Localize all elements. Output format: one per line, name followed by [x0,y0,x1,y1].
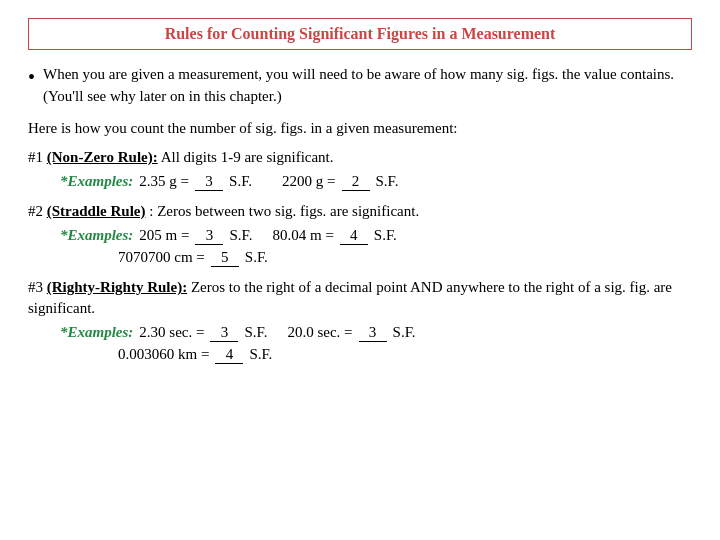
rule-2-block: #2 (Straddle Rule) : Zeros between two s… [28,201,692,267]
intro-text: Here is how you count the number of sig.… [28,118,692,140]
rule-1-examples-label: *Examples: [60,173,133,190]
rule-2-ex3-sf: S.F. [245,249,268,266]
rule-1-examples: *Examples: 2.35 g = 3 S.F. 2200 g = 2 S.… [60,173,692,191]
page-title: Rules for Counting Significant Figures i… [165,25,556,42]
rule-1-ex1-val: 3 [195,173,223,191]
rule-2-examples-line2: 7070700 cm = 5 S.F. [118,249,692,267]
rule-2-ex1-sf: S.F. [229,227,252,244]
rule-1-name: (Non-Zero Rule): [47,149,158,165]
rule-2-number: #2 [28,203,43,219]
rule-3-block: #3 (Righty-Righty Rule): Zeros to the ri… [28,277,692,364]
rule-3-ex1-sf: S.F. [244,324,267,341]
rule-2-ex2-sf: S.F. [374,227,397,244]
bullet-symbol: • [28,64,35,90]
rule-1-ex2-val: 2 [342,173,370,191]
rule-1-ex1-sf: S.F. [229,173,252,190]
rule-2-examples-line1: *Examples: 205 m = 3 S.F. 80.04 m = 4 S.… [60,227,692,245]
rule-3-ex3-sf: S.F. [249,346,272,363]
rule-2-ex2-val: 4 [340,227,368,245]
rule-1-block: #1 (Non-Zero Rule): All digits 1-9 are s… [28,147,692,191]
rule-3-ex1-text: 2.30 sec. = [139,324,204,341]
rule-2-ex3-text: 7070700 cm = [118,249,205,266]
rule-2-ex1-text: 205 m = [139,227,189,244]
rule-3-ex2-sf: S.F. [393,324,416,341]
bullet-text: When you are given a measurement, you wi… [43,64,692,108]
rule-2-desc: : Zeros between two sig. figs. are signi… [149,203,419,219]
rule-3-spacer: 20.0 sec. = [287,324,352,341]
rule-1-heading: #1 (Non-Zero Rule): All digits 1-9 are s… [28,147,692,168]
rule-2-name: (Straddle Rule) [47,203,146,219]
rule-1-ex1-text: 2.35 g = [139,173,189,190]
rule-3-examples-line2: 0.003060 km = 4 S.F. [118,346,692,364]
rule-2-spacer: 80.04 m = [272,227,333,244]
rule-3-ex2-val: 3 [359,324,387,342]
title-box: Rules for Counting Significant Figures i… [28,18,692,50]
rule-3-number: #3 [28,279,43,295]
rule-1-number: #1 [28,149,43,165]
rule-3-heading: #3 (Righty-Righty Rule): Zeros to the ri… [28,277,692,319]
rule-2-ex3-val: 5 [211,249,239,267]
rule-3-name: (Righty-Righty Rule): [47,279,187,295]
bullet-section: • When you are given a measurement, you … [28,64,692,108]
rule-3-examples-label: *Examples: [60,324,133,341]
rule-3-ex1-val: 3 [210,324,238,342]
rule-3-ex3-text: 0.003060 km = [118,346,209,363]
rule-3-examples-line1: *Examples: 2.30 sec. = 3 S.F. 20.0 sec. … [60,324,692,342]
rule-2-examples-label: *Examples: [60,227,133,244]
rule-1-spacer: 2200 g = [282,173,335,190]
rule-3-ex3-val: 4 [215,346,243,364]
rule-1-ex2-sf: S.F. [376,173,399,190]
rule-2-ex1-val: 3 [195,227,223,245]
rule-1-desc: All digits 1-9 are significant. [161,149,334,165]
rule-2-heading: #2 (Straddle Rule) : Zeros between two s… [28,201,692,222]
